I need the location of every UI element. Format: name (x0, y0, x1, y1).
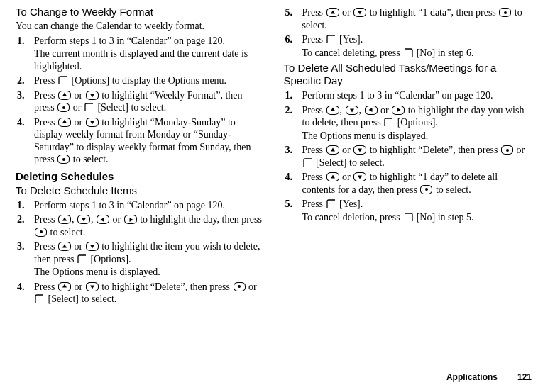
text-frag: [Select] to select. (45, 293, 116, 304)
left-column: To Change to Weekly Format You can chang… (16, 4, 264, 307)
step-5: 5. Press or to highlight “1 data”, then … (284, 6, 532, 31)
text-frag: Press (34, 117, 57, 128)
up-key-icon (58, 282, 71, 291)
down-key-icon (353, 8, 366, 17)
text-frag: or (72, 117, 85, 128)
text-frag: [Yes]. (337, 198, 363, 209)
text-frag: [Options]. (88, 254, 131, 264)
text-frag: to highlight “Delete”, then press (99, 281, 233, 292)
step-3: 3. Press or to highlight “Delete”, then … (284, 144, 532, 169)
text-frag: [Select] to select. (314, 157, 385, 168)
step-3: 3. Press or to highlight the item you wi… (16, 240, 264, 279)
step-text: Press [Options] to display the Options m… (34, 75, 226, 86)
up-key-icon (58, 118, 71, 127)
text-frag: Press (34, 214, 57, 225)
step-body: The current month is displayed and the c… (34, 47, 264, 72)
text-frag: Press (34, 241, 57, 252)
step-number: 4. (17, 116, 25, 129)
up-key-icon (326, 172, 339, 181)
right-softkey-icon (403, 48, 413, 57)
step-text: Perform steps 1 to 3 in “Calendar” on pa… (34, 35, 225, 46)
right-key-icon (392, 106, 405, 115)
step-text: Press or to highlight “Monday-Sunday” to… (34, 117, 251, 165)
step-number: 1. (17, 35, 25, 47)
step-text: Press , , or to highlight the day you wi… (302, 105, 525, 128)
step-number: 3. (285, 144, 293, 157)
left-softkey-icon (326, 199, 336, 208)
step-text: Press or to highlight “1 day” to delete … (302, 172, 498, 195)
step-4: 4. Press or to highlight “Monday-Sunday”… (16, 116, 264, 166)
right-column: 5. Press or to highlight “1 data”, then … (284, 4, 532, 307)
step-body: To cancel deleting, press [No] in step 6… (302, 47, 532, 60)
down-key-icon (86, 282, 99, 291)
left-key-icon (97, 215, 109, 224)
step-number: 5. (285, 6, 293, 19)
left-softkey-icon (84, 103, 94, 112)
text-frag: to highlight “Delete”, then press (367, 145, 500, 155)
text-frag: [No] in step 6. (414, 47, 473, 58)
text-frag: Press (34, 281, 57, 292)
step-text: Press or to highlight “Delete”, then pre… (302, 145, 525, 168)
delete-items-steps-continued: 5. Press or to highlight “1 data”, then … (284, 6, 532, 59)
text-frag: or (72, 281, 85, 292)
step-1: 1. Perform steps 1 to 3 in “Calendar” on… (16, 199, 264, 212)
step-number: 4. (17, 281, 25, 293)
up-key-icon (326, 106, 339, 115)
text-frag: or (72, 90, 85, 101)
text-frag: or (340, 145, 353, 155)
down-key-icon (346, 106, 358, 115)
step-number: 2. (17, 74, 25, 87)
step-2: 2. Press [Options] to display the Option… (16, 74, 264, 87)
two-column-layout: To Change to Weekly Format You can chang… (16, 4, 532, 307)
down-key-icon (86, 91, 99, 100)
down-key-icon (353, 172, 366, 181)
right-softkey-icon (403, 213, 413, 222)
text-frag: or (72, 241, 85, 252)
step-text: Perform steps 1 to 3 in “Calendar” on pa… (302, 90, 493, 101)
step-1: 1. Perform steps 1 to 3 in “Calendar” on… (284, 89, 532, 102)
step-number: 6. (285, 33, 293, 46)
text-frag: Press (302, 172, 326, 182)
text-frag: to highlight the day, then press (138, 214, 262, 225)
text-frag: Press (302, 105, 326, 116)
text-frag: , (340, 105, 345, 116)
left-softkey-icon (326, 35, 336, 44)
step-number: 2. (17, 213, 25, 226)
ok-key-icon (35, 228, 47, 237)
step-body: To cancel deletion, press [No] in step 5… (302, 211, 532, 224)
step-4: 4. Press or to highlight “1 day” to dele… (284, 171, 532, 196)
weekly-format-steps: 1. Perform steps 1 to 3 in “Calendar” on… (16, 35, 264, 166)
delete-items-steps: 1. Perform steps 1 to 3 in “Calendar” on… (16, 199, 264, 306)
text-frag: Press (302, 198, 326, 209)
heading-delete-schedule-items: To Delete Schedule Items (16, 184, 264, 197)
left-softkey-icon (35, 294, 45, 303)
down-key-icon (86, 242, 99, 251)
up-key-icon (326, 145, 339, 155)
heading-delete-all-day: To Delete All Scheduled Tasks/Meetings f… (284, 62, 532, 87)
text-frag: Press (34, 75, 57, 86)
step-1: 1. Perform steps 1 to 3 in “Calendar” on… (16, 35, 264, 73)
down-key-icon (353, 145, 366, 155)
text-frag: To cancel deleting, press (302, 47, 403, 58)
step-6: 6. Press [Yes]. To cancel deleting, pres… (284, 33, 532, 59)
step-number: 3. (17, 240, 25, 253)
step-number: 5. (285, 198, 293, 211)
up-key-icon (58, 91, 71, 100)
step-number: 2. (285, 104, 293, 117)
text-frag: , (72, 214, 77, 225)
text-frag: to highlight “1 data”, then press (367, 7, 498, 18)
step-3: 3. Press or to highlight “Weekly Format”… (16, 89, 264, 114)
down-key-icon (86, 118, 99, 127)
ok-key-icon (501, 145, 513, 155)
text-frag: [Options]. (395, 117, 438, 128)
step-text: Perform steps 1 to 3 in “Calendar” on pa… (34, 200, 225, 211)
text-frag: Press (302, 145, 326, 155)
footer-section: Applications (446, 372, 498, 382)
step-number: 1. (17, 199, 25, 212)
step-text: Press or to highlight “1 data”, then pre… (302, 7, 522, 30)
text-frag: [Yes]. (337, 34, 363, 45)
text-frag: [No] in step 5. (414, 212, 473, 223)
step-2: 2. Press , , or to highlight the day, th… (16, 213, 264, 238)
right-key-icon (124, 215, 137, 224)
left-softkey-icon (58, 76, 68, 85)
